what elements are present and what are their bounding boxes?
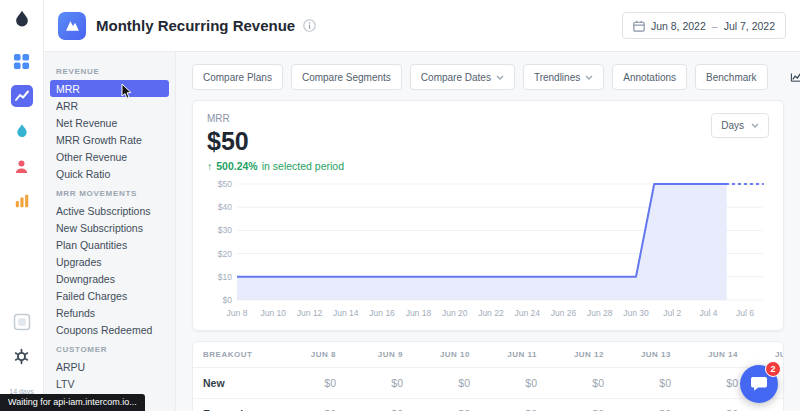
breakout-column-header: JUN 9	[346, 342, 413, 368]
metrics-sidebar: REVENUE MRR ARR Net Revenue MRR Growth R…	[44, 52, 176, 411]
sidebar-item-mrr[interactable]: MRR	[50, 80, 169, 97]
svg-text:Jun 10: Jun 10	[261, 308, 287, 318]
mrr-trend-chart[interactable]: $0$10$20$30$40$50Jun 8Jun 10Jun 12Jun 14…	[207, 176, 771, 322]
svg-text:Jul 4: Jul 4	[700, 308, 718, 318]
sidebar-item-active-subscriptions[interactable]: Active Subscriptions	[50, 202, 169, 219]
chevron-down-icon	[585, 75, 593, 80]
sidebar-section-customer: CUSTOMER	[50, 338, 169, 358]
benchmark-button[interactable]: Benchmark	[695, 64, 768, 90]
compare-segments-button[interactable]: Compare Segments	[291, 64, 402, 90]
app-rail: 14 days left	[0, 0, 44, 411]
sidebar-item-other-revenue[interactable]: Other Revenue	[50, 148, 169, 165]
sidebar-item-upgrades[interactable]: Upgrades	[50, 253, 169, 270]
page-header: Monthly Recurring Revenue Jun 8, 2022 – …	[44, 0, 800, 52]
svg-text:Jun 22: Jun 22	[478, 308, 504, 318]
breakout-cell: $0	[279, 399, 346, 411]
reports-icon[interactable]	[10, 189, 34, 213]
settings-gear-icon[interactable]	[10, 345, 34, 369]
chevron-down-icon	[751, 123, 759, 128]
breakout-column-header: JUN 12	[547, 342, 614, 368]
metrics-icon[interactable]	[10, 84, 34, 108]
breakout-row-label: Expansion	[193, 399, 279, 411]
main-content: Compare Plans Compare Segments Compare D…	[176, 52, 800, 411]
calendar-icon	[633, 20, 645, 32]
metric-change-text: in selected period	[262, 160, 344, 172]
breakout-column-header: JUN 11	[480, 342, 547, 368]
trendlines-button[interactable]: Trendlines	[523, 64, 604, 90]
breakout-cell: $0	[413, 368, 480, 399]
sidebar-item-coupons-redeemed[interactable]: Coupons Redeemed	[50, 321, 169, 338]
svg-text:Jun 30: Jun 30	[623, 308, 649, 318]
date-range-picker[interactable]: Jun 8, 2022 – Jul 7, 2022	[622, 12, 786, 39]
svg-text:Jul 2: Jul 2	[663, 308, 681, 318]
svg-text:$20: $20	[218, 249, 232, 259]
breakout-cell: $0	[681, 368, 748, 399]
compare-dates-button[interactable]: Compare Dates	[410, 64, 515, 90]
breakout-cell: $0	[547, 368, 614, 399]
intercom-chat-button[interactable]: 2	[740, 365, 778, 403]
sidebar-section-revenue: REVENUE	[50, 60, 169, 80]
sidebar-item-downgrades[interactable]: Downgrades	[50, 270, 169, 287]
annotations-button[interactable]: Annotations	[612, 64, 687, 90]
info-icon[interactable]	[303, 19, 316, 32]
svg-text:$0: $0	[223, 295, 233, 305]
svg-text:$50: $50	[218, 179, 232, 189]
breakout-column-header: JUN 8	[279, 342, 346, 368]
chart-toolbar: Compare Plans Compare Segments Compare D…	[192, 64, 784, 90]
breakout-cell: $0	[279, 368, 346, 399]
breakout-column-header: JUN 14	[681, 342, 748, 368]
sidebar-item-failed-charges[interactable]: Failed Charges	[50, 287, 169, 304]
graph-icon	[790, 72, 800, 83]
sidebar-item-arpu[interactable]: ARPU	[50, 358, 169, 375]
breakout-cell: $0	[614, 368, 681, 399]
breakout-cell: $0	[480, 368, 547, 399]
breakout-column-header: JUN 10	[413, 342, 480, 368]
sidebar-section-mrr-movements: MRR MOVEMENTS	[50, 182, 169, 202]
sidebar-item-refunds[interactable]: Refunds	[50, 304, 169, 321]
table-row[interactable]: Expansion $0 $0 $0 $0 $0 $0 $0 $0	[193, 399, 784, 411]
metric-value: $50	[207, 127, 344, 156]
interval-select[interactable]: Days	[711, 113, 769, 138]
sidebar-item-quick-ratio[interactable]: Quick Ratio	[50, 165, 169, 182]
breakout-cell: $0	[346, 368, 413, 399]
page-title: Monthly Recurring Revenue	[96, 17, 295, 34]
svg-text:Jun 24: Jun 24	[514, 308, 540, 318]
apps-box-icon[interactable]	[10, 310, 34, 334]
svg-text:Jun 12: Jun 12	[297, 308, 323, 318]
breakout-column-header: BREAKOUT	[193, 342, 279, 368]
metric-label: MRR	[207, 113, 344, 124]
svg-text:Jun 14: Jun 14	[333, 308, 359, 318]
breakout-table: BREAKOUT JUN 8 JUN 9 JUN 10 JUN 11 JUN 1…	[192, 341, 784, 411]
metric-change-percent: 500.24%	[216, 160, 257, 172]
table-row[interactable]: New $0 $0 $0 $0 $0 $0 $0 $0	[193, 368, 784, 399]
sidebar-item-mrr-growth-rate[interactable]: MRR Growth Rate	[50, 131, 169, 148]
chat-bubble-icon	[750, 376, 768, 392]
svg-text:Jun 20: Jun 20	[442, 308, 468, 318]
date-range-end: Jul 7, 2022	[724, 20, 775, 32]
sidebar-item-arr[interactable]: ARR	[50, 97, 169, 114]
date-range-start: Jun 8, 2022	[651, 20, 706, 32]
svg-text:Jun 28: Jun 28	[587, 308, 613, 318]
customers-icon[interactable]	[10, 154, 34, 178]
metric-change: ↑ 500.24% in selected period	[207, 160, 344, 172]
sidebar-item-net-revenue[interactable]: Net Revenue	[50, 114, 169, 131]
sidebar-item-plan-quantities[interactable]: Plan Quantities	[50, 236, 169, 253]
breakout-cell: $0	[346, 399, 413, 411]
arrow-up-icon: ↑	[207, 160, 212, 172]
baremetrics-logo-icon[interactable]	[12, 9, 32, 33]
svg-text:Jun 18: Jun 18	[406, 308, 432, 318]
breakout-column-header: JUN 13	[614, 342, 681, 368]
breakout-cell: $0	[413, 399, 480, 411]
forecast-drop-icon[interactable]	[10, 119, 34, 143]
sidebar-item-ltv[interactable]: LTV	[50, 375, 169, 392]
compare-plans-button[interactable]: Compare Plans	[192, 64, 283, 90]
mrr-chart-card: MRR $50 ↑ 500.24% in selected period Day…	[192, 100, 784, 331]
date-range-separator: –	[712, 20, 718, 32]
breakout-row-label: New	[193, 368, 279, 399]
svg-text:$40: $40	[218, 202, 232, 212]
chevron-down-icon	[496, 75, 504, 80]
svg-text:Jun 26: Jun 26	[551, 308, 577, 318]
sidebar-item-new-subscriptions[interactable]: New Subscriptions	[50, 219, 169, 236]
dashboard-grid-icon[interactable]	[10, 49, 34, 73]
graph-view-button[interactable]: Graph	[790, 71, 800, 83]
